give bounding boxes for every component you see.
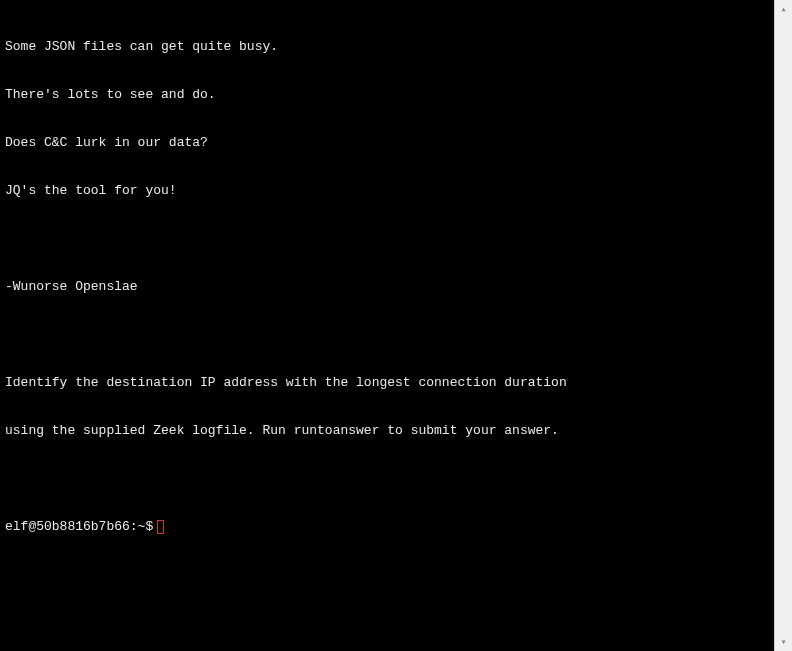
terminal-line: JQ's the tool for you! xyxy=(5,183,769,199)
terminal-blank-line xyxy=(5,231,769,247)
terminal-output-area[interactable]: Some JSON files can get quite busy. Ther… xyxy=(1,1,773,650)
terminal-window: Some JSON files can get quite busy. Ther… xyxy=(0,0,774,651)
terminal-line: Does C&C lurk in our data? xyxy=(5,135,769,151)
terminal-line: -Wunorse Openslae xyxy=(5,279,769,295)
terminal-line: Some JSON files can get quite busy. xyxy=(5,39,769,55)
terminal-line: There's lots to see and do. xyxy=(5,87,769,103)
vertical-scrollbar[interactable]: ▴ ▾ xyxy=(774,0,792,651)
scroll-up-arrow-icon[interactable]: ▴ xyxy=(775,0,793,18)
scroll-down-arrow-icon[interactable]: ▾ xyxy=(775,633,793,651)
terminal-blank-line xyxy=(5,471,769,487)
terminal-prompt: elf@50b8816b7b66:~$ xyxy=(5,519,153,535)
scroll-track[interactable] xyxy=(775,18,793,633)
terminal-blank-line xyxy=(5,327,769,343)
terminal-line: Identify the destination IP address with… xyxy=(5,375,769,391)
terminal-prompt-line[interactable]: elf@50b8816b7b66:~$ xyxy=(5,519,769,535)
terminal-line: using the supplied Zeek logfile. Run run… xyxy=(5,423,769,439)
cursor-icon xyxy=(157,520,164,534)
